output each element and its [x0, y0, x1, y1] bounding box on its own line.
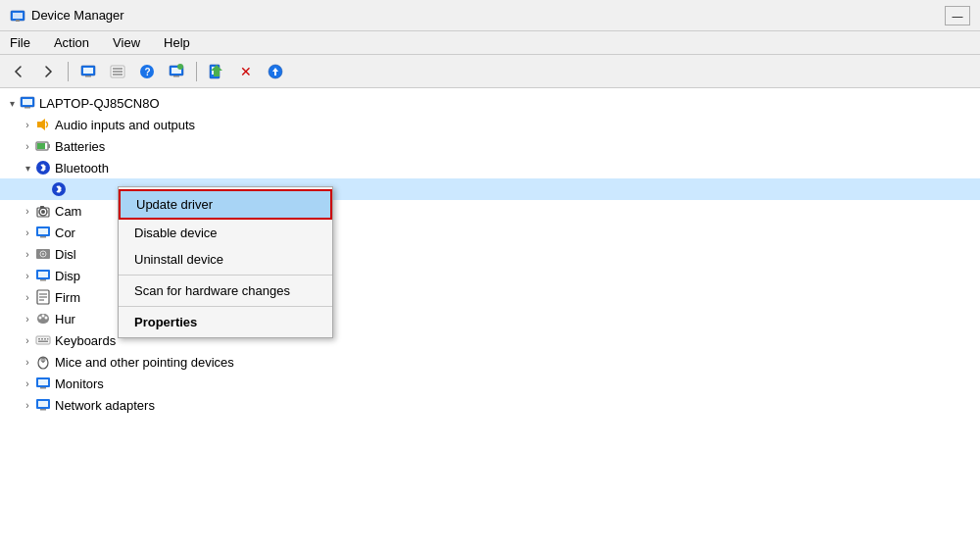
svg-rect-56: [38, 341, 48, 343]
computer-sm-icon: [35, 225, 51, 240]
ctx-uninstall-device[interactable]: Uninstall device: [119, 246, 332, 273]
cameras-label: Cam: [55, 204, 81, 219]
svg-rect-14: [173, 75, 179, 77]
svg-rect-62: [40, 387, 46, 389]
back-button[interactable]: [6, 59, 31, 84]
svg-rect-54: [44, 338, 46, 340]
computer-toolbar-button[interactable]: [75, 59, 101, 84]
expand-root: ▾: [4, 95, 20, 111]
expand-disk: ›: [20, 246, 35, 262]
title-bar: Device Manager —: [0, 0, 980, 31]
svg-point-15: [177, 64, 183, 70]
expand-hid: ›: [20, 311, 35, 326]
tree-item-monitors[interactable]: › Monitors: [0, 373, 980, 394]
root-label: LAPTOP-QJ85CN8O: [39, 96, 160, 111]
expand-keyboards: ›: [20, 332, 35, 348]
bluetooth-icon: [35, 160, 51, 176]
svg-point-50: [45, 317, 48, 320]
update-toolbar-button[interactable]: [204, 59, 229, 84]
tree-item-network[interactable]: › Network adapters: [0, 394, 980, 416]
svg-text:?: ?: [145, 67, 151, 77]
window-title: Device Manager: [31, 8, 124, 23]
ctx-scan-hardware[interactable]: Scan for hardware changes: [119, 277, 332, 304]
hid-icon: [35, 311, 51, 326]
mice-icon: [35, 354, 51, 370]
expand-firmware: ›: [20, 289, 35, 305]
svg-point-39: [42, 253, 44, 255]
bluetooth-device-icon: [51, 181, 67, 197]
svg-point-31: [41, 210, 45, 214]
svg-marker-24: [37, 119, 45, 130]
svg-rect-41: [38, 272, 48, 277]
toolbar-sep-1: [68, 62, 69, 81]
menu-action[interactable]: Action: [50, 34, 93, 51]
display-icon: [35, 268, 51, 283]
ctx-update-driver[interactable]: Update driver: [119, 189, 332, 220]
title-bar-left: Device Manager: [10, 8, 124, 24]
monitor-icon: [35, 376, 51, 391]
svg-rect-27: [37, 143, 45, 149]
expand-computer: ›: [20, 225, 35, 240]
expand-network: ›: [20, 397, 35, 413]
toolbar-sep-2: [196, 62, 197, 81]
app-icon: [10, 8, 25, 24]
svg-rect-52: [38, 338, 40, 340]
ctx-properties[interactable]: Properties: [119, 309, 332, 335]
svg-rect-55: [47, 338, 49, 340]
expand-display: ›: [20, 268, 35, 283]
camera-icon: [35, 203, 51, 219]
batteries-label: Batteries: [55, 139, 105, 154]
menu-view[interactable]: View: [109, 34, 144, 51]
disk-icon: [35, 246, 51, 262]
forward-button[interactable]: [35, 59, 61, 84]
ctx-sep-1: [119, 275, 332, 276]
svg-rect-65: [40, 409, 46, 411]
tree-item-batteries[interactable]: › Batteries: [0, 135, 980, 157]
tree-item-bluetooth[interactable]: ▾ Bluetooth: [0, 157, 980, 178]
firmware-icon: [35, 289, 51, 305]
menu-bar: File Action View Help: [0, 31, 980, 55]
keyboard-icon: [35, 332, 51, 348]
svg-rect-51: [36, 336, 50, 344]
network-icon: [35, 397, 51, 413]
ctx-disable-device[interactable]: Disable device: [119, 220, 332, 246]
svg-point-48: [39, 317, 42, 320]
computer-label: Cor: [55, 226, 75, 240]
expand-cameras: ›: [20, 203, 35, 219]
toolbar: ? ✕: [0, 55, 980, 88]
menu-file[interactable]: File: [6, 34, 34, 51]
audio-icon: [35, 117, 51, 132]
audio-label: Audio inputs and outputs: [55, 118, 195, 132]
svg-rect-23: [24, 107, 30, 109]
help-toolbar-button[interactable]: ?: [134, 59, 160, 84]
tree-item-mice[interactable]: › Mice and other pointing devices: [0, 351, 980, 373]
tree-item-root[interactable]: ▾ LAPTOP-QJ85CN8O: [0, 92, 980, 114]
bluetooth-label: Bluetooth: [55, 161, 109, 176]
mice-label: Mice and other pointing devices: [55, 355, 234, 370]
minimize-button[interactable]: —: [945, 6, 970, 25]
svg-rect-35: [38, 228, 48, 234]
computer-icon: [20, 95, 35, 111]
svg-rect-22: [23, 99, 32, 105]
ctx-sep-2: [119, 306, 332, 307]
svg-rect-61: [38, 379, 48, 385]
monitor-toolbar-button[interactable]: [164, 59, 189, 84]
monitors-label: Monitors: [55, 376, 104, 391]
device-tree: ▾ LAPTOP-QJ85CN8O › Audio inputs and out…: [0, 88, 980, 552]
svg-point-49: [42, 315, 45, 318]
expand-bt-device: [35, 181, 51, 197]
list-toolbar-button[interactable]: [105, 59, 130, 84]
tree-item-audio[interactable]: › Audio inputs and outputs: [0, 114, 980, 135]
svg-rect-2: [16, 20, 20, 22]
svg-rect-33: [40, 206, 44, 208]
svg-rect-64: [38, 401, 48, 407]
disk-label: Disl: [55, 247, 76, 262]
menu-help[interactable]: Help: [160, 34, 194, 51]
svg-rect-42: [40, 279, 46, 281]
svg-rect-26: [48, 144, 50, 148]
install-toolbar-button[interactable]: [263, 59, 288, 84]
svg-rect-36: [40, 236, 46, 238]
keyboards-label: Keyboards: [55, 333, 116, 348]
display-label: Disp: [55, 269, 80, 283]
delete-toolbar-button[interactable]: ✕: [233, 59, 259, 84]
